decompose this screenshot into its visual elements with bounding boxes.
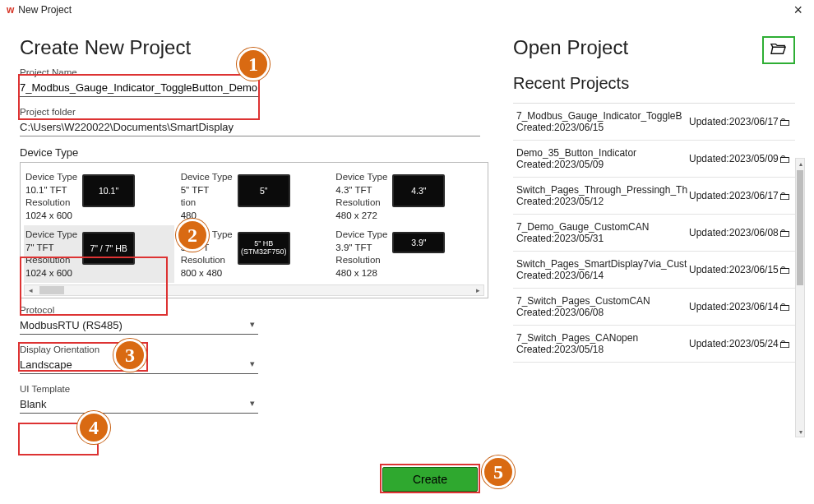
scroll-thumb[interactable] <box>39 286 64 294</box>
recent-project-row[interactable]: 7_Demo_Gauge_CustomCANCreated:2023/05/31… <box>513 215 795 252</box>
titlebar: w New Project × <box>0 0 814 20</box>
app-icon: w <box>7 4 13 16</box>
recent-project-row[interactable]: Switch_Pages_Through_Pressingh_ThCreated… <box>513 178 795 215</box>
folder-icon[interactable]: 🗀 <box>779 300 790 313</box>
device-option[interactable]: Device Type 4.3" TFT Resolution 480 x 27… <box>334 168 484 225</box>
protocol-label: Protocol <box>20 305 258 315</box>
folder-icon[interactable]: 🗀 <box>779 337 790 350</box>
recent-projects-list: 7_Modbus_Gauge_Indicator_ToggleB Created… <box>513 103 795 363</box>
protocol-combo[interactable]: ModbusRTU (RS485) <box>20 317 258 335</box>
callout-1: 1 <box>237 48 270 81</box>
recent-project-row[interactable]: 7_Modbus_Gauge_Indicator_ToggleB Created… <box>513 104 795 141</box>
folder-icon[interactable]: 🗀 <box>779 226 790 239</box>
recent-project-row[interactable]: 7_Switch_Pages_CANopenCreated:2023/05/18… <box>513 326 795 363</box>
device-thumb: 7" / 7" HB <box>82 232 135 265</box>
device-thumb: 5" <box>238 174 290 207</box>
device-thumb: 3.9" <box>392 232 445 253</box>
recent-project-row[interactable]: 7_Switch_Pages_CustomCANCreated:2023/06/… <box>513 289 795 326</box>
folder-icon[interactable]: 🗀 <box>779 115 790 128</box>
device-option[interactable]: Device Type 10.1" TFT Resolution 1024 x … <box>24 168 174 225</box>
folder-icon[interactable]: 🗀 <box>779 152 790 165</box>
recent-project-row[interactable]: Demo_35_Button_IndicatorCreated:2023/05/… <box>513 141 795 178</box>
recent-scrollbar[interactable]: ▴ ▾ <box>795 158 805 437</box>
project-name-input[interactable] <box>20 79 258 97</box>
open-project-button[interactable] <box>762 36 795 64</box>
window-title: New Project <box>18 4 72 16</box>
device-thumb: 4.3" <box>392 174 445 207</box>
device-option-selected[interactable]: Device Type 7" TFT Resolution 1024 x 600… <box>24 225 174 283</box>
device-option[interactable]: Device Type 3.9" TFT Resolution 480 x 12… <box>334 225 484 283</box>
callout-2: 2 <box>176 219 209 252</box>
callout-5: 5 <box>482 455 515 488</box>
scroll-left-icon[interactable]: ◂ <box>25 286 36 294</box>
device-type-grid: Device Type 10.1" TFT Resolution 1024 x … <box>20 162 488 298</box>
scroll-thumb[interactable] <box>797 170 803 285</box>
create-button[interactable]: Create <box>382 467 478 492</box>
device-thumb: 5" HB (STM32F750) <box>238 232 290 265</box>
scroll-down-icon[interactable]: ▾ <box>796 427 806 437</box>
scroll-right-icon[interactable]: ▸ <box>472 286 483 294</box>
project-name-label: Project Name <box>20 67 258 77</box>
device-thumb: 10.1" <box>82 174 135 207</box>
open-heading: Open Project <box>513 36 795 59</box>
callout-4: 4 <box>77 411 110 444</box>
device-type-label: Device Type <box>20 146 488 159</box>
callout-3: 3 <box>113 339 146 372</box>
create-panel: Create New Project Project Name Project … <box>20 36 488 423</box>
device-scrollbar[interactable]: ◂ ▸ <box>24 284 484 296</box>
project-folder-value[interactable]: C:\Users\W220022\Documents\SmartDisplay <box>20 118 480 136</box>
template-label: UI Template <box>20 384 258 394</box>
template-combo[interactable]: Blank <box>20 395 258 414</box>
recent-project-row[interactable]: Switch_Pages_SmartDisplay7via_CustCreate… <box>513 252 795 289</box>
close-icon[interactable]: × <box>789 4 807 16</box>
folder-open-icon <box>770 41 788 60</box>
project-folder-label: Project folder <box>20 107 480 117</box>
device-option[interactable]: Device Type 5" TFT tion 480 5" <box>179 168 330 225</box>
folder-icon[interactable]: 🗀 <box>779 189 790 202</box>
scroll-up-icon[interactable]: ▴ <box>796 159 806 169</box>
recent-heading: Recent Projects <box>513 74 795 93</box>
folder-icon[interactable]: 🗀 <box>779 263 790 276</box>
open-panel: Open Project Recent Projects 7_Modbus_Ga… <box>513 36 795 423</box>
